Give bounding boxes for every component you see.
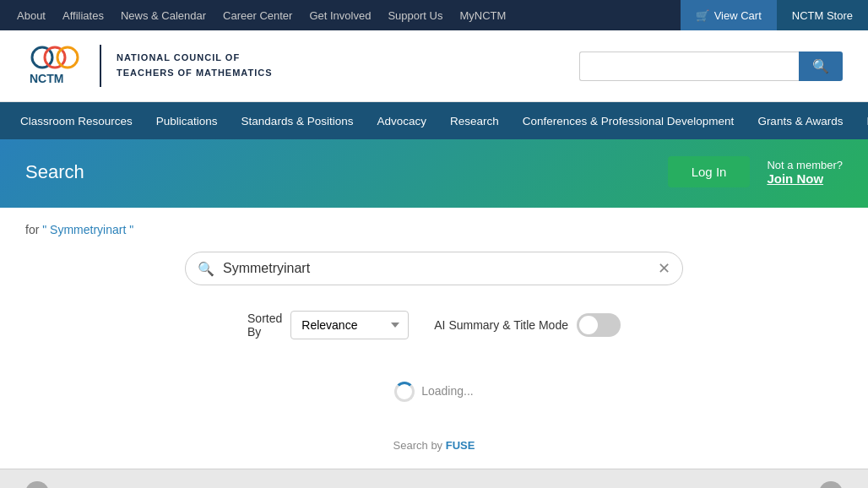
nav-classroom-resources[interactable]: Classroom Resources xyxy=(8,102,144,139)
nctm-logo-icon: NCTM xyxy=(25,41,84,91)
logo-area: NCTM NATIONAL COUNCIL OF TEACHERS OF MAT… xyxy=(25,41,273,91)
main-nav: Classroom Resources Publications Standar… xyxy=(0,102,868,139)
ai-mode-toggle[interactable] xyxy=(577,313,621,337)
clear-search-button[interactable]: ✕ xyxy=(658,259,670,278)
nctm-store-button[interactable]: NCTM Store xyxy=(777,0,868,30)
utility-link-mynctm[interactable]: MyNCTM xyxy=(459,9,506,22)
loading-text: Loading... xyxy=(421,384,474,398)
utility-link-news-calendar[interactable]: News & Calendar xyxy=(121,9,206,22)
header-search-button[interactable]: 🔍 xyxy=(799,52,843,81)
search-section-banner: Search Log In Not a member? Join Now xyxy=(0,139,868,208)
nav-research[interactable]: Research xyxy=(438,102,511,139)
nav-standards-positions[interactable]: Standards & Positions xyxy=(230,102,366,139)
query-term: " Symmetryinart " xyxy=(42,223,133,236)
utility-link-support-us[interactable]: Support Us xyxy=(388,9,442,22)
main-search-icon: 🔍 xyxy=(198,261,214,277)
logo-divider xyxy=(100,45,101,87)
header: NCTM NATIONAL COUNCIL OF TEACHERS OF MAT… xyxy=(0,30,868,102)
utility-link-career-center[interactable]: Career Center xyxy=(223,9,292,22)
view-cart-button[interactable]: 🛒 View Cart xyxy=(681,0,777,30)
logo-line1: NATIONAL COUNCIL OF xyxy=(117,51,273,66)
ai-mode-group: AI Summary & Title Mode xyxy=(434,313,621,337)
utility-link-affiliates[interactable]: Affiliates xyxy=(62,9,104,22)
nav-advocacy[interactable]: Advocacy xyxy=(365,102,438,139)
utility-link-get-involved[interactable]: Get Involved xyxy=(309,9,371,22)
search-section-right: Log In Not a member? Join Now xyxy=(668,156,843,187)
main-search-box: 🔍 ✕ xyxy=(185,252,683,285)
nav-publications[interactable]: Publications xyxy=(144,102,230,139)
footer-icon-right xyxy=(819,481,843,488)
relevance-select[interactable]: Relevance Date Title xyxy=(290,311,409,339)
for-text: for " Symmetryinart " xyxy=(25,223,843,236)
header-search-input[interactable] xyxy=(579,52,799,81)
logo-line2: TEACHERS OF MATHEMATICS xyxy=(117,66,273,81)
nctm-store-label: NCTM Store xyxy=(792,9,853,22)
search-by: Search by FUSE xyxy=(25,427,843,469)
for-label: for xyxy=(25,223,39,236)
svg-text:NCTM: NCTM xyxy=(30,72,63,85)
nav-grants-awards[interactable]: Grants & Awards xyxy=(746,102,854,139)
nav-conferences[interactable]: Conferences & Professional Development xyxy=(511,102,746,139)
utility-link-about[interactable]: About xyxy=(17,9,46,22)
search-icon: 🔍 xyxy=(812,59,829,73)
footer-bar xyxy=(0,469,868,488)
fuse-link[interactable]: FUSE xyxy=(446,439,475,452)
sorted-by-group: SortedBy Relevance Date Title xyxy=(247,311,409,339)
main-search-container: 🔍 ✕ xyxy=(25,252,843,302)
loading-area: Loading... xyxy=(25,356,843,427)
utility-bar: About Affiliates News & Calendar Career … xyxy=(0,0,868,30)
login-button[interactable]: Log In xyxy=(668,156,751,187)
loading-spinner xyxy=(394,382,415,402)
header-search-bar: 🔍 xyxy=(579,52,843,81)
join-now-link[interactable]: Join Now xyxy=(767,171,843,186)
view-cart-label: View Cart xyxy=(714,9,762,22)
logo-text: NATIONAL COUNCIL OF TEACHERS OF MATHEMAT… xyxy=(117,51,273,80)
content-area: for " Symmetryinart " 🔍 ✕ SortedBy Relev… xyxy=(0,208,868,469)
utility-bar-right: 🛒 View Cart NCTM Store xyxy=(681,0,868,30)
main-search-input[interactable] xyxy=(223,261,658,276)
cart-icon: 🛒 xyxy=(696,9,709,22)
utility-links: About Affiliates News & Calendar Career … xyxy=(17,9,506,22)
nav-membership[interactable]: Membership xyxy=(854,102,868,139)
svg-point-2 xyxy=(57,47,78,68)
footer-icon-left xyxy=(25,481,49,488)
search-by-text: Search by xyxy=(393,439,443,452)
not-member-text: Not a member? xyxy=(767,159,843,171)
sorted-by-label: SortedBy xyxy=(247,312,282,339)
search-section-label: Search xyxy=(25,161,84,183)
filter-row: SortedBy Relevance Date Title AI Summary… xyxy=(25,302,843,356)
not-member-area: Not a member? Join Now xyxy=(767,159,843,186)
ai-mode-label: AI Summary & Title Mode xyxy=(434,318,568,332)
toggle-slider xyxy=(577,313,621,337)
